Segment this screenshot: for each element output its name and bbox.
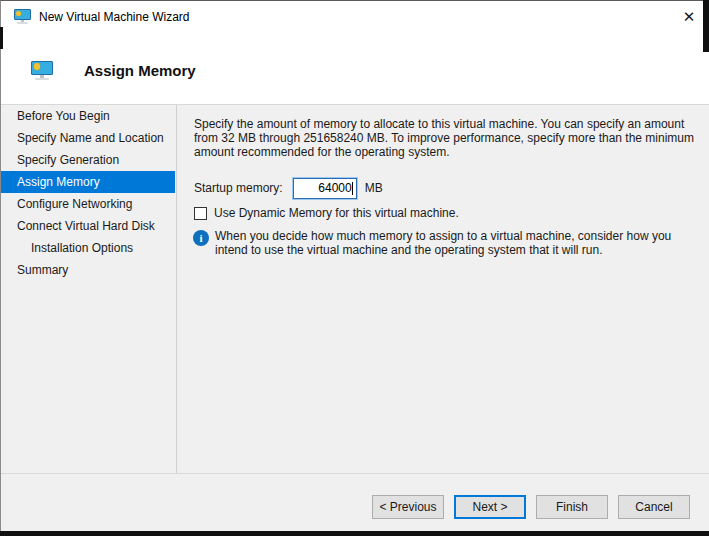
sidebar-item-installation-options[interactable]: Installation Options [1,237,176,259]
close-icon[interactable]: ✕ [677,5,701,29]
startup-memory-row: Startup memory: 64000 MB [194,177,383,199]
info-note-text: When you decide how much memory to assig… [215,229,701,257]
dynamic-memory-checkbox[interactable] [194,207,207,220]
sidebar-item-specify-name-and-location[interactable]: Specify Name and Location [1,127,176,149]
background-edge [0,27,3,49]
cancel-button[interactable]: Cancel [618,495,690,519]
text-caret [352,182,353,195]
wizard-page-content: Specify the amount of memory to allocate… [194,117,700,159]
sidebar-item-summary[interactable]: Summary [1,259,176,281]
finish-button[interactable]: Finish [536,495,608,519]
new-vm-wizard-dialog: New Virtual Machine Wizard ✕ Assign Memo… [0,0,709,531]
startup-memory-value: 64000 [318,181,351,195]
window-title: New Virtual Machine Wizard [39,10,190,24]
sidebar-item-assign-memory[interactable]: Assign Memory [1,171,175,193]
wizard-page-icon [31,61,53,80]
page-title: Assign Memory [84,62,196,79]
title-bar: New Virtual Machine Wizard ✕ [1,1,709,33]
startup-memory-input[interactable]: 64000 [293,178,357,199]
dynamic-memory-label: Use Dynamic Memory for this virtual mach… [214,206,459,220]
previous-button[interactable]: < Previous [372,495,444,519]
startup-memory-unit: MB [365,181,383,195]
wizard-steps-sidebar: Before You Begin Specify Name and Locati… [1,105,177,473]
wizard-header: Assign Memory [1,33,709,104]
dynamic-memory-row: Use Dynamic Memory for this virtual mach… [194,206,459,220]
footer-button-bar: < Previous Next > Finish Cancel [1,473,709,532]
sidebar-item-configure-networking[interactable]: Configure Networking [1,193,176,215]
info-icon: i [193,230,209,246]
memory-instructions-text: Specify the amount of memory to allocate… [194,117,696,159]
next-button[interactable]: Next > [454,495,526,519]
info-note-row: i When you decide how much memory to ass… [193,229,701,257]
background-edge [0,531,709,536]
startup-memory-label: Startup memory: [194,181,283,195]
sidebar-item-connect-virtual-hard-disk[interactable]: Connect Virtual Hard Disk [1,215,176,237]
background-edge [703,0,709,52]
app-icon [14,9,31,24]
sidebar-item-specify-generation[interactable]: Specify Generation [1,149,176,171]
sidebar-item-before-you-begin[interactable]: Before You Begin [1,105,176,127]
